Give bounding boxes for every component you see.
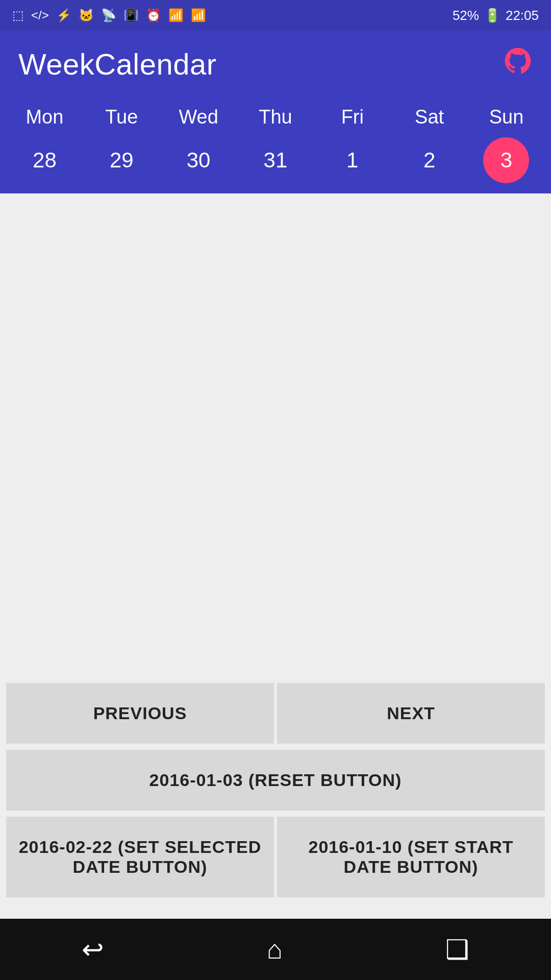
alarm-icon: ⏰ (146, 8, 161, 22)
battery-icon: 🔋 (484, 8, 500, 23)
previous-button[interactable]: PREVIOUS (6, 683, 274, 744)
time-display: 22:05 (506, 8, 539, 23)
next-button[interactable]: NEXT (277, 683, 545, 744)
reset-button[interactable]: 2016-01-03 (RESET BUTTON) (6, 750, 545, 811)
day-name-sat[interactable]: Sat (394, 106, 465, 128)
day-name-tue[interactable]: Tue (86, 106, 157, 128)
week-calendar-header: Mon Tue Wed Thu Fri Sat Sun 28 29 30 31 … (0, 97, 551, 193)
day-number-1[interactable]: 1 (317, 150, 388, 171)
day-number-29[interactable]: 29 (86, 150, 157, 171)
day-1-wrap[interactable]: 1 (317, 150, 388, 171)
usb-icon: ⚡ (56, 8, 71, 22)
app-bar: WeekCalendar (0, 31, 551, 97)
day-number-2[interactable]: 2 (394, 150, 465, 171)
day-number-28[interactable]: 28 (9, 150, 80, 171)
set-start-date-button[interactable]: 2016-01-10 (SET START DATE BUTTON) (277, 817, 545, 897)
back-button[interactable]: ↩ (82, 934, 104, 965)
day-name-mon[interactable]: Mon (9, 106, 80, 128)
day-31-wrap[interactable]: 31 (240, 150, 311, 171)
day-30-wrap[interactable]: 30 (163, 150, 234, 171)
status-bar: ⬚ </> ⚡ 🐱 📡 📳 ⏰ 📶 📶 52% 🔋 22:05 (0, 0, 551, 31)
home-button[interactable]: ⌂ (267, 934, 283, 965)
prev-next-row: PREVIOUS NEXT (6, 683, 545, 744)
day-29-wrap[interactable]: 29 (86, 150, 157, 171)
day-28-wrap[interactable]: 28 (9, 150, 80, 171)
code-icon: ⬚ (12, 8, 24, 22)
cast-icon: 📡 (101, 8, 116, 22)
status-right-icons: 52% 🔋 22:05 (453, 8, 539, 23)
octocat-icon: 🐱 (79, 8, 94, 22)
day-name-wed[interactable]: Wed (163, 106, 234, 128)
recents-button[interactable]: ❑ (445, 934, 469, 965)
set-dates-row: 2016-02-22 (SET SELECTED DATE BUTTON) 20… (6, 817, 545, 897)
set-selected-date-button[interactable]: 2016-02-22 (SET SELECTED DATE BUTTON) (6, 817, 274, 897)
buttons-area: PREVIOUS NEXT 2016-01-03 (RESET BUTTON) … (0, 677, 551, 919)
content-area (0, 193, 551, 677)
day-3-wrap[interactable]: 3 (470, 137, 542, 183)
github-icon[interactable] (503, 46, 533, 82)
day-2-wrap[interactable]: 2 (394, 150, 465, 171)
day-names-row: Mon Tue Wed Thu Fri Sat Sun (0, 106, 551, 128)
signal-icon: 📶 (191, 8, 206, 22)
code2-icon: </> (31, 8, 49, 22)
wifi-icon: 📶 (168, 8, 184, 22)
bottom-nav-bar: ↩ ⌂ ❑ (0, 919, 551, 980)
battery-percent: 52% (453, 8, 479, 23)
day-number-3-selected[interactable]: 3 (483, 137, 529, 183)
day-number-30[interactable]: 30 (163, 150, 234, 171)
day-numbers-row: 28 29 30 31 1 2 3 (0, 128, 551, 193)
day-name-fri[interactable]: Fri (317, 106, 388, 128)
day-number-31[interactable]: 31 (240, 150, 311, 171)
vibrate-icon: 📳 (123, 8, 139, 22)
day-name-sun[interactable]: Sun (470, 106, 542, 128)
status-left-icons: ⬚ </> ⚡ 🐱 📡 📳 ⏰ 📶 📶 (12, 8, 206, 22)
day-name-thu[interactable]: Thu (240, 106, 311, 128)
app-title: WeekCalendar (18, 47, 217, 81)
